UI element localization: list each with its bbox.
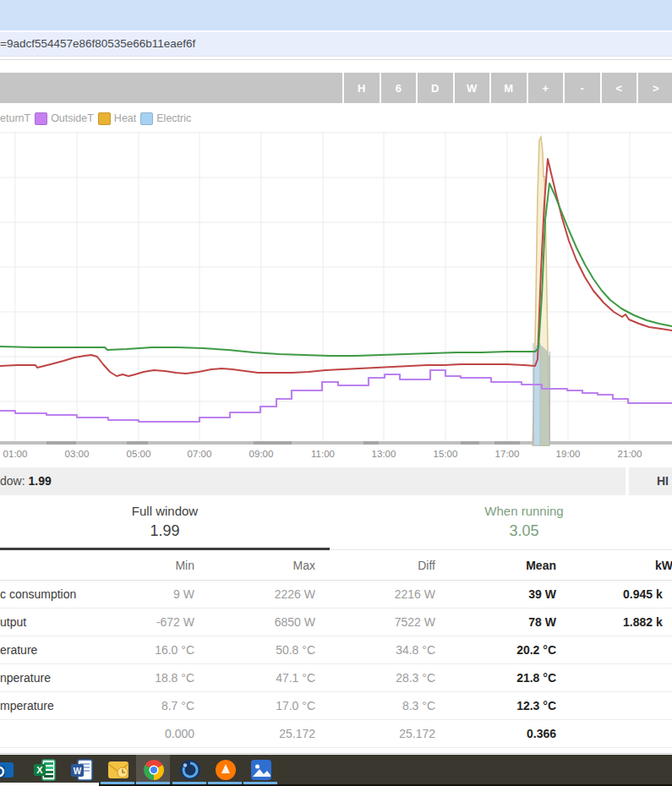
x-axis-tick-label: 13:00 bbox=[372, 449, 396, 459]
table-row: mperature8.7 °C17.0 °C8.3 °C12.3 °C bbox=[0, 692, 672, 720]
legend-label: Heat bbox=[114, 112, 136, 124]
browser-titlebar bbox=[0, 0, 672, 30]
toolbar-button-W[interactable]: W bbox=[453, 73, 490, 103]
cell-min: 18.8 °C bbox=[155, 664, 194, 691]
header-min: Min bbox=[175, 552, 194, 580]
cell-diff: 7522 W bbox=[395, 609, 435, 636]
x-axis-tick-label: 19:00 bbox=[556, 449, 581, 459]
cell-min: -672 W bbox=[156, 609, 194, 636]
cell-max: 47.1 °C bbox=[276, 664, 315, 691]
cell-mean: 0.366 bbox=[527, 720, 556, 747]
table-row: c consumption9 W2226 W2216 W39 W0.945 k bbox=[0, 581, 672, 609]
toolbar-button-+[interactable]: + bbox=[527, 73, 564, 103]
x-axis-tick-label: 03:00 bbox=[65, 449, 90, 459]
cell-max: 6850 W bbox=[275, 609, 315, 636]
x-axis-tick-label: 01:00 bbox=[3, 449, 28, 459]
x-axis-tick-label: 09:00 bbox=[249, 449, 274, 459]
legend-item[interactable]: Electric bbox=[140, 112, 191, 125]
toolbar-button-D[interactable]: D bbox=[416, 73, 453, 103]
row-label: utput bbox=[0, 609, 26, 636]
cell-min: 9 W bbox=[173, 581, 194, 608]
tab-when-running[interactable]: When running 3.05 bbox=[330, 495, 672, 549]
table-row: nperature18.8 °C47.1 °C28.3 °C21.8 °C bbox=[0, 664, 672, 692]
cell-min: 0.000 bbox=[165, 720, 194, 747]
browser-url-bar[interactable]: =9adcf554457e86f80535e66b11eaef6f bbox=[0, 32, 672, 57]
stats-table: MinMaxDiffMeankWc consumption9 W2226 W22… bbox=[0, 552, 672, 748]
avast-icon[interactable] bbox=[215, 759, 237, 781]
divider bbox=[0, 753, 672, 754]
cell-diff: 25.172 bbox=[399, 720, 435, 747]
sync-app-icon[interactable] bbox=[179, 759, 201, 781]
hide-link[interactable]: HI bbox=[657, 467, 669, 495]
row-label: nperature bbox=[0, 664, 51, 691]
url-text[interactable]: =9adcf554457e86f80535e66b11eaef6f bbox=[0, 32, 195, 56]
stats-header-row: MinMaxDiffMeankW bbox=[0, 552, 672, 581]
cell-max: 17.0 °C bbox=[276, 692, 315, 719]
x-axis-tick-label: 07:00 bbox=[188, 449, 212, 459]
cell-mean: 20.2 °C bbox=[516, 636, 556, 663]
chart-area[interactable] bbox=[0, 127, 672, 448]
toolbar-button-6[interactable]: 6 bbox=[380, 73, 417, 103]
legend-label: Electric bbox=[156, 112, 191, 124]
x-axis-tick-label: 05:00 bbox=[127, 449, 151, 459]
legend-label: OutsideT bbox=[51, 112, 94, 124]
table-row: utput-672 W6850 W7522 W78 W1.882 k bbox=[0, 609, 672, 636]
cell-kwh: 1.882 k bbox=[623, 609, 663, 636]
row-label: mperature bbox=[0, 692, 54, 719]
chart-legend: eturnTOutsideTHeatElectric bbox=[0, 111, 195, 126]
chrome-icon[interactable] bbox=[143, 759, 165, 781]
cell-mean: 39 W bbox=[528, 581, 556, 608]
desktop-screen: =9adcf554457e86f80535e66b11eaef6f H6DWM+… bbox=[0, 0, 672, 786]
cop-window-label: dow: bbox=[0, 474, 25, 488]
cell-kwh: 0.945 k bbox=[623, 581, 663, 608]
svg-text:X: X bbox=[36, 765, 43, 775]
header-kwh: kW bbox=[655, 552, 672, 580]
x-axis-tick-label: 11:00 bbox=[311, 449, 335, 459]
cell-diff: 8.3 °C bbox=[402, 692, 435, 719]
x-axis-tick-label: 21:00 bbox=[618, 449, 642, 459]
cell-diff: 28.3 °C bbox=[396, 664, 435, 691]
toolbar-button--[interactable]: - bbox=[563, 73, 600, 103]
cell-max: 50.8 °C bbox=[276, 636, 315, 663]
header-max: Max bbox=[293, 552, 315, 580]
tab-full-window[interactable]: Full window 1.99 bbox=[0, 495, 330, 549]
legend-item[interactable]: OutsideT bbox=[35, 112, 94, 125]
table-row: 0.00025.17225.1720.366 bbox=[0, 720, 672, 748]
toolbar-button-H[interactable]: H bbox=[342, 73, 380, 103]
cell-diff: 2216 W bbox=[395, 581, 435, 608]
x-axis-labels: 01:0003:0005:0007:0009:0011:0013:0015:00… bbox=[0, 449, 672, 462]
photos-icon[interactable] bbox=[250, 759, 272, 781]
legend-item[interactable]: eturnT bbox=[0, 112, 30, 124]
legend-item[interactable]: Heat bbox=[98, 112, 136, 125]
graph-toolbar-buttons: H6DWM+-<> bbox=[342, 73, 672, 103]
legend-swatch-icon bbox=[98, 112, 111, 125]
cell-min: 16.0 °C bbox=[155, 636, 194, 663]
hide-band-segment: HI bbox=[629, 467, 672, 495]
table-row: erature16.0 °C50.8 °C34.8 °C20.2 °C bbox=[0, 636, 672, 664]
row-label: erature bbox=[0, 636, 37, 663]
toolbar-button->[interactable]: > bbox=[636, 73, 672, 103]
cell-mean: 78 W bbox=[528, 609, 556, 636]
tab-full-window-value: 1.99 bbox=[0, 522, 330, 540]
row-label: c consumption bbox=[0, 581, 76, 608]
outlook-icon[interactable] bbox=[107, 759, 129, 781]
legend-swatch-icon bbox=[140, 112, 153, 125]
tab-when-running-value: 3.05 bbox=[330, 522, 672, 540]
svg-text:W: W bbox=[74, 767, 82, 776]
word-icon[interactable]: W bbox=[71, 759, 93, 781]
divider bbox=[0, 59, 672, 60]
toolbar-button-<[interactable]: < bbox=[600, 73, 637, 103]
excel-icon[interactable]: X bbox=[34, 759, 56, 781]
cop-window-text: dow: 1.99 bbox=[0, 467, 52, 495]
header-mean: Mean bbox=[526, 552, 556, 580]
windows-taskbar: XW bbox=[0, 755, 672, 786]
cell-diff: 34.8 °C bbox=[396, 636, 435, 663]
cell-min: 8.7 °C bbox=[161, 692, 194, 719]
outlook-new-icon[interactable] bbox=[0, 759, 15, 781]
cell-max: 2226 W bbox=[275, 581, 315, 608]
toolbar-button-M[interactable]: M bbox=[489, 73, 527, 103]
cell-mean: 12.3 °C bbox=[516, 692, 556, 719]
header-diff: Diff bbox=[418, 552, 435, 580]
cop-window-value: 1.99 bbox=[28, 474, 51, 488]
x-axis-tick-label: 17:00 bbox=[495, 449, 520, 459]
